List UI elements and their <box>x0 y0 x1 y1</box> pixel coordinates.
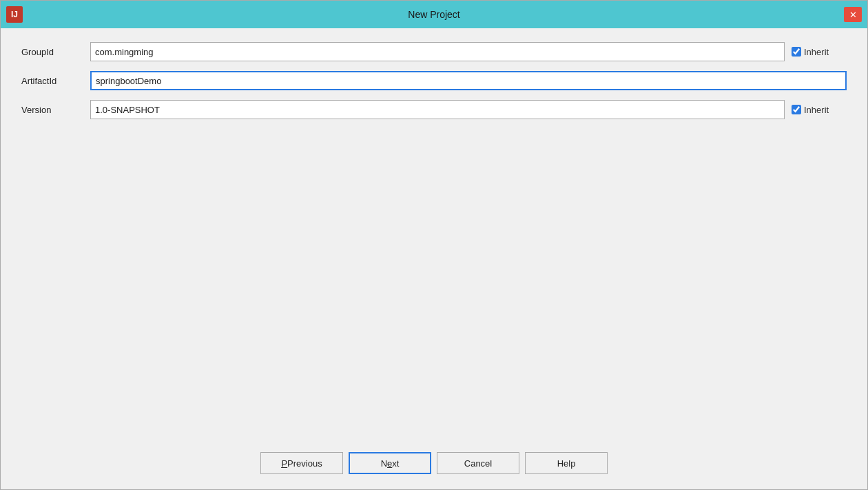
next-label: Next <box>381 458 400 469</box>
dialog-title: New Project <box>408 9 459 20</box>
version-inherit-checkbox[interactable] <box>792 105 801 114</box>
app-icon: IJ <box>6 6 23 23</box>
close-icon: ✕ <box>849 10 857 20</box>
next-button[interactable]: Next <box>349 452 431 474</box>
help-button[interactable]: Help <box>525 452 608 474</box>
previous-label: PPrevious <box>281 458 322 469</box>
group-id-inherit-label: Inherit <box>804 47 829 57</box>
title-bar-left: IJ <box>6 6 23 23</box>
new-project-dialog: IJ New Project ✕ GroupId Inherit Artifac… <box>0 0 868 490</box>
form-content: GroupId Inherit ArtifactId Version Inher… <box>1 28 867 448</box>
previous-button[interactable]: PPrevious <box>260 452 343 474</box>
content-spacer <box>21 129 847 434</box>
group-id-row: GroupId Inherit <box>21 42 847 61</box>
help-label: Help <box>557 458 576 469</box>
cancel-label: Cancel <box>464 458 492 469</box>
version-inherit-label: Inherit <box>804 105 829 115</box>
version-label: Version <box>21 105 90 115</box>
group-id-inherit-checkbox[interactable] <box>792 47 801 57</box>
version-input[interactable] <box>90 100 785 119</box>
artifact-id-input[interactable] <box>90 71 847 90</box>
close-button[interactable]: ✕ <box>844 7 862 22</box>
group-id-inherit: Inherit <box>792 47 847 57</box>
artifact-id-label: ArtifactId <box>21 76 90 86</box>
cancel-button[interactable]: Cancel <box>437 452 519 474</box>
title-bar: IJ New Project ✕ <box>1 1 867 28</box>
version-inherit: Inherit <box>792 105 847 115</box>
group-id-label: GroupId <box>21 47 90 57</box>
footer: PPrevious Next Cancel Help <box>1 448 867 489</box>
version-row: Version Inherit <box>21 100 847 119</box>
artifact-id-row: ArtifactId <box>21 71 847 90</box>
group-id-input[interactable] <box>90 42 785 61</box>
